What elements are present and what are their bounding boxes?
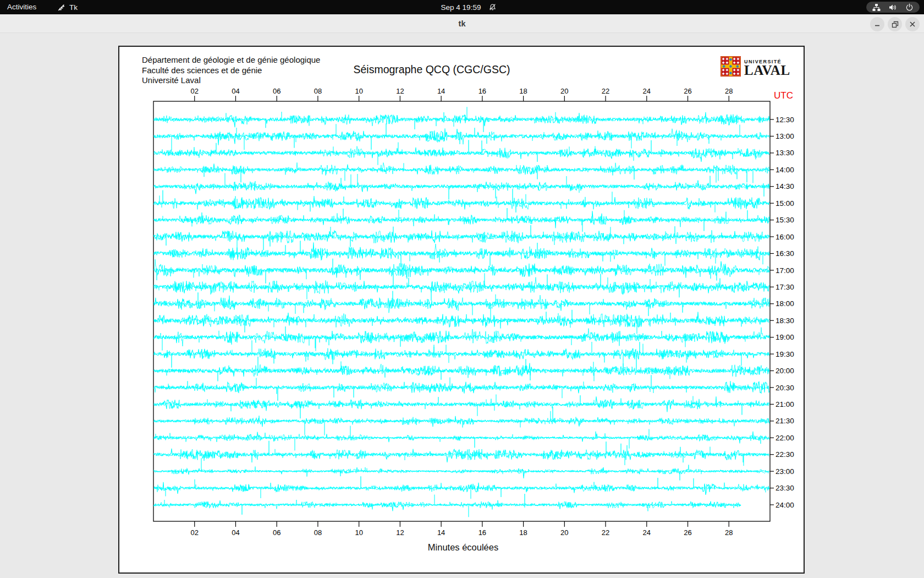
utc-tick-label: 21:30	[776, 417, 794, 425]
trace-18:00	[154, 291, 769, 317]
trace-path	[154, 162, 769, 182]
x-tick-label-top: 06	[273, 87, 280, 95]
trace-12:30	[154, 107, 769, 132]
close-button[interactable]	[905, 17, 920, 31]
trace-23:30	[154, 476, 769, 499]
trace-24:00	[154, 494, 741, 517]
x-tick-label-top: 24	[643, 87, 651, 95]
trace-path	[154, 173, 769, 194]
activities-button[interactable]: Activities	[7, 0, 36, 14]
utc-tick-label: 17:30	[776, 283, 794, 291]
clock[interactable]: Sep 4 19:59	[441, 0, 497, 14]
trace-path	[154, 291, 769, 317]
utc-tick-label: 20:00	[776, 367, 794, 375]
x-tick-label-top: 20	[560, 87, 568, 95]
clock-text: Sep 4 19:59	[441, 3, 481, 12]
trace-15:00	[154, 189, 769, 212]
volume-icon	[889, 4, 897, 11]
x-tick-label-top: 28	[725, 87, 733, 95]
tk-app-indicator[interactable]: Tk	[57, 0, 78, 14]
x-tick-label-bottom: 04	[232, 528, 239, 537]
x-axis-ticks: 0202040406060808101012121414161618182020…	[190, 87, 733, 537]
tk-icon	[57, 3, 65, 12]
utc-tick-label: 16:30	[776, 249, 794, 258]
maximize-button[interactable]	[888, 17, 902, 31]
trace-path	[154, 357, 769, 381]
trace-16:30	[154, 241, 769, 267]
x-tick-label-top: 04	[232, 87, 239, 95]
x-tick-label-top: 02	[190, 87, 198, 95]
trace-path	[154, 210, 769, 232]
seismograph-canvas: Département de géologie et de génie géol…	[118, 46, 805, 574]
helicorder-plot: 0202040406060808101012121414161618182020…	[119, 47, 806, 575]
network-icon	[872, 4, 881, 11]
tk-window-body: Département de géologie et de génie géol…	[0, 34, 924, 578]
x-tick-label-top: 26	[684, 87, 691, 95]
utc-tick-label: 17:00	[776, 266, 794, 275]
x-tick-label-bottom: 16	[479, 528, 486, 537]
utc-tick-label: 24:00	[776, 501, 794, 509]
utc-tick-label: 22:00	[776, 434, 794, 442]
x-tick-label-top: 08	[314, 87, 322, 95]
utc-tick-label: 16:00	[776, 233, 794, 241]
window-title: tk	[459, 14, 466, 33]
trace-path	[154, 259, 769, 285]
x-tick-label-top: 10	[355, 87, 362, 95]
trace-18:30	[154, 307, 769, 334]
trace-path	[154, 441, 769, 462]
x-tick-label-bottom: 10	[355, 528, 362, 537]
minimize-button[interactable]	[870, 17, 884, 31]
trace-path	[154, 163, 769, 183]
x-tick-label-bottom: 12	[396, 528, 404, 537]
utc-tick-label: 19:00	[776, 333, 794, 341]
x-tick-label-bottom: 14	[437, 528, 445, 537]
trace-path	[154, 189, 769, 212]
trace-path	[154, 112, 769, 132]
trace-path	[154, 407, 769, 427]
trace-22:00	[154, 426, 769, 451]
x-tick-label-bottom: 22	[602, 528, 609, 537]
trace-17:00	[154, 259, 769, 285]
system-status-area[interactable]	[866, 2, 920, 13]
x-tick-label-bottom: 06	[273, 528, 280, 537]
desktop: Activities Tk Sep 4 19:59	[0, 0, 924, 578]
utc-tick-label: 18:00	[776, 299, 794, 308]
power-icon	[905, 3, 914, 12]
utc-tick-label: 13:30	[776, 149, 794, 157]
trace-21:00	[154, 394, 769, 418]
utc-tick-label: 15:00	[776, 199, 794, 208]
trace-path	[154, 107, 769, 127]
x-tick-label-top: 18	[519, 87, 527, 95]
trace-path	[154, 208, 769, 231]
x-tick-label-top: 14	[437, 87, 445, 95]
trace-17:30	[154, 273, 769, 301]
trace-20:30	[154, 375, 769, 401]
trace-21:30	[154, 407, 769, 435]
utc-tick-label: 19:30	[776, 350, 794, 358]
trace-path	[154, 331, 769, 351]
utc-tick-label: 20:30	[776, 384, 794, 392]
utc-axis-ticks: 12:3013:0013:3014:0014:3015:0015:3016:00…	[770, 116, 794, 509]
x-tick-label-bottom: 28	[725, 528, 733, 537]
utc-tick-label: 15:30	[776, 216, 794, 224]
utc-tick-label: 12:30	[776, 116, 794, 124]
x-tick-label-bottom: 20	[560, 528, 568, 537]
x-tick-label-top: 16	[479, 87, 486, 95]
utc-tick-label: 23:30	[776, 484, 794, 492]
trace-path	[154, 494, 741, 515]
x-tick-label-top: 12	[396, 87, 404, 95]
trace-19:00	[154, 326, 769, 351]
trace-20:00	[154, 357, 769, 381]
x-tick-label-bottom: 18	[519, 528, 527, 537]
trace-13:00	[154, 123, 769, 150]
utc-tick-label: 13:00	[776, 132, 794, 140]
trace-16:00	[154, 225, 769, 251]
x-tick-label-bottom: 08	[314, 528, 322, 537]
utc-tick-label: 14:00	[776, 166, 794, 174]
utc-tick-label: 22:30	[776, 450, 794, 459]
x-tick-label-bottom: 24	[643, 528, 651, 537]
utc-tick-label: 18:30	[776, 317, 794, 325]
seismic-traces	[154, 107, 769, 517]
gnome-top-bar: Activities Tk Sep 4 19:59	[0, 0, 924, 14]
x-tick-label-bottom: 02	[190, 528, 198, 537]
